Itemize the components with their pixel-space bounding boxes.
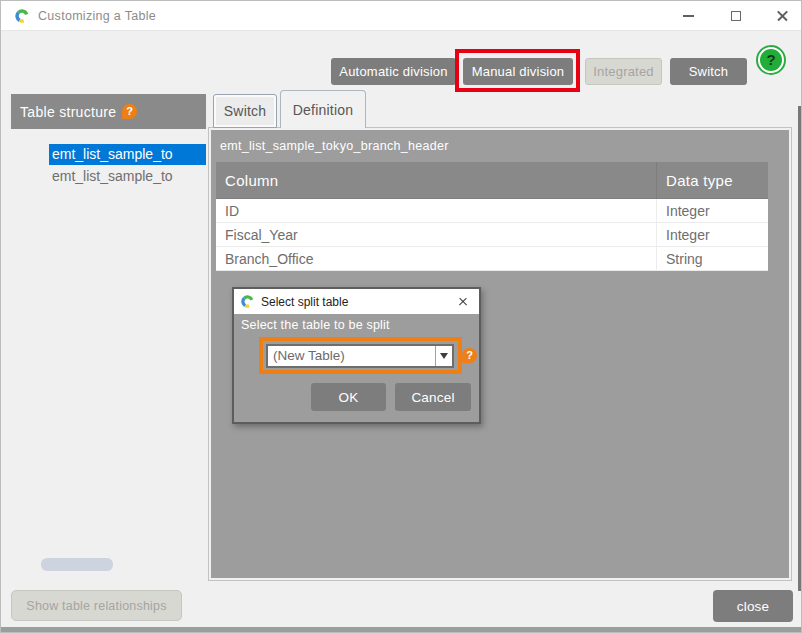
sidebar-help-icon[interactable]: ? <box>122 104 137 119</box>
close-icon <box>776 10 789 23</box>
split-table-dialog: Select split table Select the table to b… <box>232 287 481 424</box>
dropdown-value: (New Table) <box>268 346 435 366</box>
show-table-relationships-button[interactable]: Show table relationships <box>11 590 182 621</box>
table-name-label: emt_list_sample_tokyo_branch_header <box>220 139 449 153</box>
ok-button[interactable]: OK <box>311 383 386 411</box>
table-row[interactable]: Fiscal_Year Integer <box>216 223 768 247</box>
table-row[interactable]: Branch_Office String <box>216 247 768 271</box>
dialog-logo-icon <box>241 295 254 308</box>
close-button[interactable]: close <box>713 590 793 622</box>
dialog-help-icon[interactable]: ? <box>462 348 477 363</box>
switch-button[interactable]: Switch <box>670 58 747 85</box>
cell-data-type: Integer <box>656 223 768 246</box>
minimize-button[interactable] <box>671 1 705 31</box>
tab-definition[interactable]: Definition <box>280 90 366 128</box>
dialog-close-button[interactable] <box>454 293 472 311</box>
window-close-button[interactable] <box>765 1 799 31</box>
help-icon[interactable]: ? <box>758 47 784 73</box>
cell-column-name: Branch_Office <box>216 247 656 270</box>
sidebar-item-table[interactable]: emt_list_sample_to <box>49 166 206 187</box>
window-bottom-edge <box>1 627 801 632</box>
cell-data-type: String <box>656 247 768 270</box>
sidebar-header: Table structure ? <box>11 94 206 129</box>
tab-switch[interactable]: Switch <box>213 94 277 128</box>
column-header-column: Column <box>216 162 656 198</box>
app-logo-icon <box>15 9 29 23</box>
maximize-icon <box>731 11 741 21</box>
app-window: Customizing a Table Automatic division M… <box>0 0 802 633</box>
integrated-button[interactable]: Integrated <box>585 58 662 85</box>
dropdown-button[interactable] <box>435 346 452 366</box>
dialog-message: Select the table to be split <box>241 318 390 332</box>
table-select-dropdown[interactable]: (New Table) <box>266 344 454 368</box>
sidebar-item-table[interactable]: emt_list_sample_to <box>49 144 206 165</box>
cell-column-name: Fiscal_Year <box>216 223 656 246</box>
maximize-button[interactable] <box>719 1 753 31</box>
cell-column-name: ID <box>216 199 656 222</box>
chevron-down-icon <box>440 353 448 359</box>
table-row[interactable]: ID Integer <box>216 199 768 223</box>
dialog-close-icon <box>458 297 468 307</box>
table-header-row: Column Data type <box>216 162 768 199</box>
column-header-datatype: Data type <box>656 162 768 198</box>
window-title: Customizing a Table <box>38 9 156 23</box>
sidebar-header-label: Table structure <box>20 104 116 120</box>
cell-data-type: Integer <box>656 199 768 222</box>
dialog-titlebar: Select split table <box>234 289 479 314</box>
definition-table: Column Data type ID Integer Fiscal_Year … <box>216 162 768 271</box>
automatic-division-button[interactable]: Automatic division <box>331 58 456 85</box>
dialog-title: Select split table <box>261 295 348 309</box>
cancel-button[interactable]: Cancel <box>395 383 471 411</box>
minimize-icon <box>683 15 694 17</box>
manual-division-button[interactable]: Manual division <box>463 58 573 85</box>
vertical-scrollbar-thumb[interactable] <box>798 106 801 591</box>
sidebar-hscrollbar-thumb[interactable] <box>41 558 113 571</box>
